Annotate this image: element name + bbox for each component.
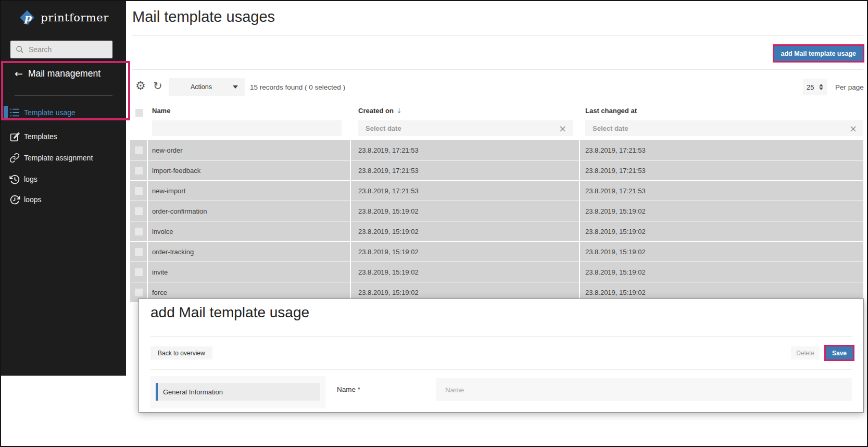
clear-filter-icon[interactable]: × (849, 123, 857, 134)
row-created-on: 23.8.2019, 15:19:02 (351, 221, 580, 241)
row-checkbox[interactable] (135, 228, 143, 235)
row-created-on: 23.8.2019, 15:19:02 (351, 262, 580, 282)
delete-button[interactable]: Delete (791, 346, 820, 359)
search-input[interactable] (29, 45, 102, 54)
sidebar-item-templates[interactable]: Templates (8, 130, 57, 143)
svg-text:p: p (24, 11, 32, 24)
clear-filter-icon[interactable]: × (559, 123, 567, 134)
row-last-changed: 23.8.2019, 15:19:02 (580, 262, 863, 282)
row-last-changed: 23.8.2019, 15:19:02 (580, 201, 863, 221)
section-title: Mail management (28, 68, 100, 79)
sidebar-item-label: Template usage (24, 108, 76, 117)
row-name: new-import (148, 181, 351, 201)
per-page-select[interactable]: 25 (803, 79, 827, 95)
row-checkbox[interactable] (135, 167, 143, 175)
gear-icon[interactable]: ⚙ (135, 79, 146, 92)
per-page-value: 25 (807, 83, 814, 91)
row-name: import-feedback (148, 160, 351, 180)
table-row[interactable]: new-import23.8.2019, 17:21:5323.8.2019, … (130, 181, 863, 201)
sidebar-item-loops[interactable]: loops (8, 193, 41, 206)
column-header-created-on[interactable]: Created on↓ (351, 107, 580, 118)
row-checkbox[interactable] (135, 289, 143, 296)
sidebar-item-logs[interactable]: logs (8, 172, 37, 186)
active-item-indicator (4, 106, 8, 120)
app-window: p printformer ← Mail management Template… (0, 0, 868, 447)
add-mail-template-usage-button[interactable]: add Mail template usage (774, 46, 863, 61)
link-icon (8, 152, 21, 164)
table-row[interactable]: order-confirmation23.8.2019, 15:19:0223.… (130, 201, 863, 221)
divider (150, 336, 852, 337)
row-last-changed: 23.8.2019, 17:21:53 (580, 181, 863, 201)
row-name: new-order (148, 140, 351, 160)
sidebar-divider (15, 95, 112, 96)
clock-refresh-icon (8, 193, 21, 206)
records-count-text: 15 records found ( 0 selected ) (250, 83, 345, 91)
brand-logo[interactable]: p printformer (1, 8, 126, 27)
row-name: invite (148, 262, 351, 282)
row-created-on: 23.8.2019, 17:21:53 (351, 160, 580, 180)
row-created-on: 23.8.2019, 15:19:02 (351, 201, 580, 221)
back-arrow-icon[interactable]: ← (15, 68, 23, 79)
row-checkbox[interactable] (135, 187, 143, 195)
row-checkbox[interactable] (135, 146, 143, 154)
edit-square-icon (8, 130, 21, 143)
row-last-changed: 23.8.2019, 15:19:02 (580, 221, 863, 241)
table-row[interactable]: invite23.8.2019, 15:19:0223.8.2019, 15:1… (130, 262, 863, 282)
row-created-on: 23.8.2019, 15:19:02 (351, 242, 580, 262)
page-title: Mail template usages (132, 8, 275, 26)
date-filter-placeholder: Select date (366, 125, 401, 132)
row-name: order-tracking (148, 242, 351, 262)
table-filter-row: Select date × Select date × (130, 120, 863, 136)
sidebar-search[interactable] (10, 41, 112, 58)
name-filter-input[interactable] (152, 120, 342, 136)
sidebar-item-label: Templates (24, 132, 57, 141)
back-to-overview-button[interactable]: Back to overview (150, 346, 212, 359)
name-field-label: Name * (337, 386, 360, 393)
table-row[interactable]: import-feedback23.8.2019, 17:21:5323.8.2… (130, 160, 863, 180)
date-filter-placeholder: Select date (593, 125, 628, 132)
stepper-arrows-icon (819, 84, 823, 90)
select-all-checkbox[interactable] (135, 109, 143, 117)
add-mail-template-usage-dialog: add Mail template usage Back to overview… (139, 299, 864, 413)
column-header-name[interactable]: Name (148, 107, 351, 118)
section-general-information[interactable]: General Information (156, 383, 320, 401)
templates-table: Name Created on↓ Last changed at Select … (130, 103, 863, 303)
search-icon (16, 45, 24, 54)
row-name: order-confirmation (148, 201, 351, 221)
sort-desc-icon[interactable]: ↓ (396, 107, 402, 115)
brand-name: printformer (41, 11, 109, 24)
name-field-input[interactable] (436, 378, 852, 401)
actions-dropdown-label: Actions (191, 83, 212, 91)
divider (132, 69, 863, 70)
divider (150, 369, 852, 370)
row-created-on: 23.8.2019, 17:21:53 (351, 140, 580, 160)
created-on-date-filter[interactable]: Select date × (358, 120, 573, 136)
table-row[interactable]: invoice23.8.2019, 15:19:0223.8.2019, 15:… (130, 221, 863, 241)
sidebar-item-template-assignment[interactable]: Template assignment (8, 151, 93, 165)
dialog-section-nav: General Information (150, 376, 325, 408)
table-row[interactable]: new-order23.8.2019, 17:21:5323.8.2019, 1… (130, 140, 863, 160)
sidebar-section-header[interactable]: ← Mail management (15, 68, 100, 79)
table-row[interactable]: order-tracking23.8.2019, 15:19:0223.8.20… (130, 242, 863, 262)
save-button[interactable]: Save (826, 346, 853, 359)
chevron-down-icon (233, 85, 238, 89)
row-last-changed: 23.8.2019, 17:21:53 (580, 140, 863, 160)
row-checkbox[interactable] (135, 207, 143, 215)
sidebar-item-template-usage[interactable]: Template usage (8, 106, 76, 119)
history-clock-icon (8, 173, 21, 185)
row-last-changed: 23.8.2019, 15:19:02 (580, 242, 863, 262)
sidebar-item-label: Template assignment (24, 154, 93, 162)
printformer-logo-icon: p (18, 8, 36, 27)
sidebar-item-label: logs (24, 175, 37, 183)
last-changed-date-filter[interactable]: Select date × (585, 120, 863, 136)
actions-dropdown[interactable]: Actions (169, 78, 245, 96)
sidebar-item-label: loops (24, 195, 41, 204)
row-checkbox[interactable] (135, 268, 143, 276)
divider (132, 35, 863, 36)
refresh-icon[interactable]: ↻ (153, 80, 162, 92)
per-page-label: Per page (835, 83, 864, 91)
column-header-last-changed[interactable]: Last changed at (580, 107, 863, 118)
row-last-changed: 23.8.2019, 17:21:53 (580, 160, 863, 180)
row-created-on: 23.8.2019, 17:21:53 (351, 181, 580, 201)
row-checkbox[interactable] (135, 248, 143, 256)
